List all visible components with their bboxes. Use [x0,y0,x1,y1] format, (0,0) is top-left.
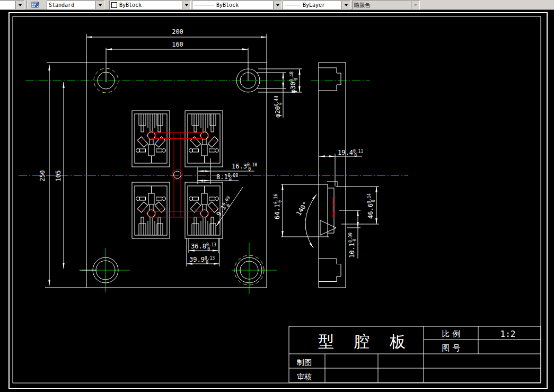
style-dialog-icon [31,1,40,8]
dim-hole-row-offset: 105 [55,170,62,182]
linetype-dropdown-arrow[interactable] [273,1,282,9]
style-manager-button[interactable] [29,0,42,9]
toolbar-separator [26,1,28,8]
part-name: 型 腔 板 [318,332,413,351]
drafted-label: 制图 [296,358,312,367]
lineweight-control-combo[interactable]: ByLayer [283,1,350,10]
chevron-down-icon [185,4,188,6]
linetype-control-combo[interactable]: ByBlock [192,1,282,10]
color-dropdown-arrow[interactable] [182,1,190,9]
lineweight-preview-icon [285,5,301,5]
dimstyle-combo[interactable]: 25 [0,1,24,10]
linetype-preview-icon [194,5,214,5]
scale-label: 比 例 [442,329,461,338]
color-control-combo[interactable]: ByBlock [109,1,191,10]
plotstyle-dropdown-arrow [411,1,419,9]
checked-label: 审核 [297,372,312,381]
chevron-down-icon [276,4,279,6]
chevron-down-icon [19,4,22,6]
dimstyle-dropdown-arrow[interactable] [15,1,24,9]
cad-application-window: 25 Standard ByBlock ByBlock [0,0,554,392]
drawing-canvas[interactable]: 200 160 250 105 φ300.480 φ200.440 16.30.… [0,10,554,392]
color-swatch-icon [111,2,117,8]
lineweight-dropdown-arrow[interactable] [341,1,350,9]
dim-hole-spacing: 160 [172,41,183,48]
plotstyle-value: 随颜色 [353,2,372,9]
object-properties-toolbar: 25 Standard ByBlock ByBlock [0,0,554,10]
plotstyle-control-combo: 随颜色 [352,1,420,10]
dim-plate-width: 200 [172,28,183,35]
chevron-down-icon [414,4,417,6]
color-value: ByBlock [119,2,142,8]
drawing-no-label: 图 号 [442,343,461,353]
scale-value: 1:2 [500,329,516,339]
chevron-down-icon [345,4,348,6]
chevron-down-icon [99,4,102,6]
lineweight-value: ByLayer [303,2,325,8]
text-style-value: Standard [47,2,76,8]
linetype-value: ByBlock [216,2,239,8]
text-style-dropdown-arrow[interactable] [95,1,104,9]
dimstyle-value: 25 [0,2,1,8]
text-style-combo[interactable]: Standard [47,1,104,10]
dim-plate-height: 250 [39,170,46,182]
